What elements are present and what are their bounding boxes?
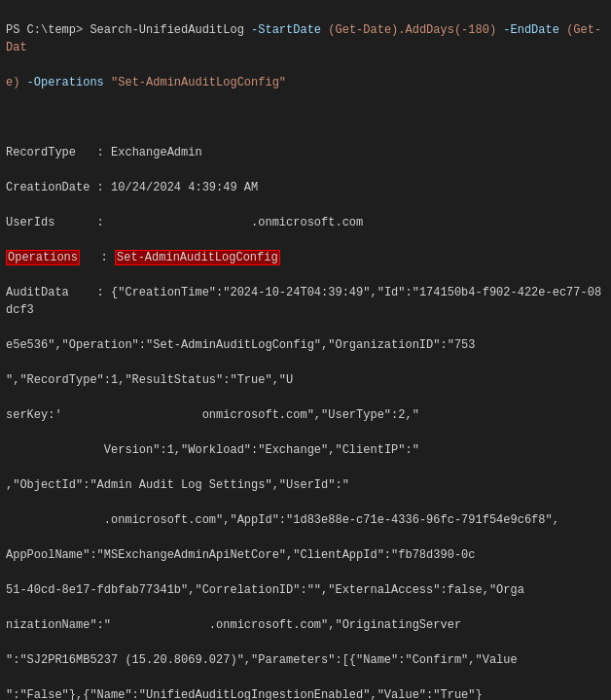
param-enddate: -EndDate — [496, 23, 566, 37]
empty-line-1 — [6, 109, 605, 126]
field-auditdata-1j: nizationName":" .onmicrosoft.com","Origi… — [6, 618, 461, 632]
record1-creationdate: CreationDate : 10/24/2024 4:39:49 AM — [6, 179, 605, 196]
param-startdate: -StartDate — [244, 23, 328, 37]
operations-value-highlight-1: Set-AdminAuditLogConfig — [115, 250, 280, 265]
record1-auditdata-11: ":"SJ2PR16MB5237 (15.20.8069.027)","Para… — [6, 651, 605, 669]
record1-auditdata-9: 51-40cd-8e17-fdbfab77341b","CorrelationI… — [6, 581, 605, 599]
field-recordtype-label: RecordType : — [6, 146, 111, 159]
record1-auditdata-4: serKey:' onmicrosoft.com","UserType":2," — [6, 406, 605, 424]
param-enddate-cont: e) — [6, 76, 19, 89]
record1-auditdata-6: ,"ObjectId":"Admin Audit Log Settings","… — [6, 476, 605, 494]
field-userids-value: .onmicrosoft.com — [111, 216, 363, 229]
record1-auditdata-8: AppPoolName":"MSExchangeAdminApiNetCore"… — [6, 546, 605, 564]
record1-operations: Operations : Set-AdminAuditLogConfig — [6, 249, 605, 266]
field-auditdata-1e: Version":1,"Workload":"Exchange","Client… — [6, 443, 419, 457]
param-operations: -Operations — [19, 76, 111, 89]
command-name: Search-UnifiedAuditLog — [90, 23, 243, 37]
field-recordtype-value: ExchangeAdmin — [111, 146, 202, 159]
ps-prompt: PS C:\temp> — [6, 23, 90, 37]
param-startdate-value: (Get-Date).AddDays(-180) — [328, 23, 496, 37]
field-auditdata-1g: .onmicrosoft.com","AppId":"1d83e88e-c71e… — [6, 513, 559, 527]
field-userids-label: UserIds : — [6, 216, 111, 229]
record1-auditdata-2: e5e536","Operation":"Set-AdminAuditLogCo… — [6, 336, 605, 354]
record1-auditdata-3: ","RecordType":1,"ResultStatus":"True","… — [6, 371, 605, 389]
field-creationdate-value: 10/24/2024 4:39:49 AM — [111, 181, 258, 194]
record1-recordtype: RecordType : ExchangeAdmin — [6, 144, 605, 161]
field-creationdate-label: CreationDate : — [6, 181, 111, 194]
field-auditdata-1f: ,"ObjectId":"Admin Audit Log Settings","… — [6, 478, 349, 492]
record1-auditdata-5: Version":1,"Workload":"Exchange","Client… — [6, 441, 605, 459]
field-auditdata-1d: serKey:' onmicrosoft.com","UserType":2," — [6, 408, 419, 422]
field-auditdata-1b: e5e536","Operation":"Set-AdminAuditLogCo… — [6, 338, 559, 352]
field-auditdata-1h: AppPoolName":"MSExchangeAdminApiNetCore"… — [6, 548, 475, 562]
command-line-cont: e) -Operations "Set-AdminAuditLogConfig" — [6, 74, 605, 91]
field-operations-sep: : — [80, 251, 115, 264]
field-auditdata-1l: ":"False"},{"Name":"UnifiedAuditLogInges… — [6, 688, 483, 700]
field-auditdata-1c: ","RecordType":1,"ResultStatus":"True","… — [6, 373, 293, 387]
record1-auditdata-7: .onmicrosoft.com","AppId":"1d83e88e-c71e… — [6, 511, 605, 529]
field-auditdata-label: AuditData : — [6, 286, 111, 299]
record1-auditdata-12: ":"False"},{"Name":"UnifiedAuditLogInges… — [6, 686, 605, 700]
record1-auditdata-10: nizationName":" .onmicrosoft.com","Origi… — [6, 616, 605, 634]
record1-auditdata-1: AuditData : {"CreationTime":"2024-10-24T… — [6, 284, 605, 319]
record1-userids: UserIds : .onmicrosoft.com — [6, 214, 605, 231]
field-auditdata-1k: ":"SJ2PR16MB5237 (15.20.8069.027)","Para… — [6, 653, 518, 667]
field-auditdata-1i: 51-40cd-8e17-fdbfab77341b","CorrelationI… — [6, 583, 524, 597]
operations-highlight-1: Operations — [6, 250, 80, 265]
command-line: PS C:\temp> Search-UnifiedAuditLog -Star… — [6, 21, 605, 56]
terminal-window: PS C:\temp> Search-UnifiedAuditLog -Star… — [0, 0, 611, 700]
param-operations-value: "Set-AdminAuditLogConfig" — [111, 76, 286, 89]
